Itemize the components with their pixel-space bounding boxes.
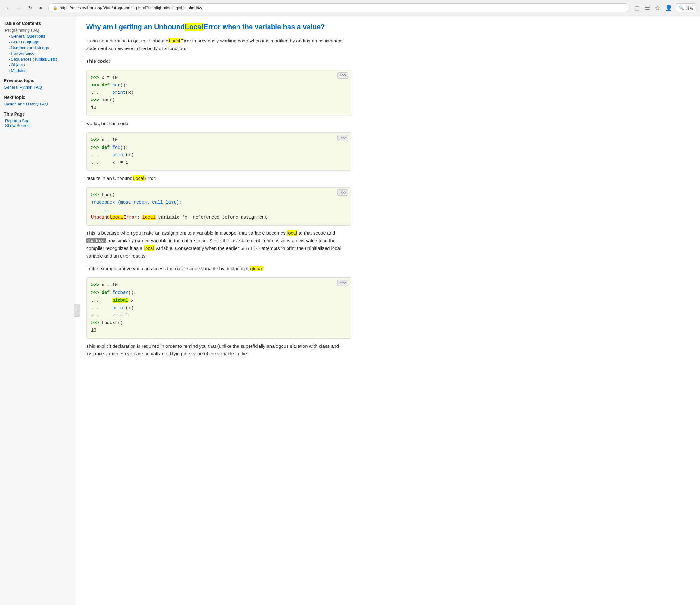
- code3-line1: >>> foo(): [91, 191, 347, 199]
- page-title-highlight: Local: [184, 23, 203, 31]
- code-block-3: >>> >>> foo() Traceback (most recent cal…: [86, 187, 351, 226]
- code3-line3: ...: [91, 207, 347, 214]
- url-text: https://docs.python.org/3/faq/programmin…: [59, 5, 625, 10]
- next-topic-title: Next topic: [4, 95, 72, 100]
- copy-btn-4[interactable]: >>>: [337, 280, 348, 286]
- code3-line4: UnboundLocalError: local variable 'x' re…: [91, 214, 347, 221]
- code4-line2: >>> def foobar():: [91, 289, 347, 297]
- toc-item-general: General Questions: [9, 34, 72, 38]
- toc-item-objects: Objects: [9, 62, 72, 67]
- next-topic-section: Next topic Design and History FAQ: [4, 95, 72, 106]
- page-title-before: Why am I getting an Unbound: [86, 23, 184, 31]
- code4-line4: ... print(x): [91, 305, 347, 312]
- search-icon: 🔍: [679, 5, 684, 10]
- forward-button[interactable]: →: [15, 3, 23, 12]
- code1-line2: >>> def bar():: [91, 82, 347, 89]
- previous-topic-title: Previous topic: [4, 78, 72, 83]
- code2-line4: ... x += 1: [91, 159, 347, 167]
- toc-link-core[interactable]: Core Language: [11, 40, 39, 44]
- para2-local1-highlight: local: [287, 230, 297, 236]
- toc-link-objects[interactable]: Objects: [11, 62, 25, 67]
- para2-local2-highlight: local: [144, 245, 154, 251]
- show-source-link[interactable]: Show Source: [5, 123, 29, 128]
- toc-list: General Questions Core Language Numbers …: [4, 34, 72, 73]
- toc-link-modules[interactable]: Modules: [11, 68, 26, 73]
- toc-item-sequences: Sequences (Tuples/Lists): [9, 57, 72, 61]
- para2: This is because when you make an assignm…: [86, 229, 351, 260]
- code1-line1: >>> x = 10: [91, 74, 347, 82]
- code-block-1: >>> >>> x = 10 >>> def bar(): ... print(…: [86, 70, 351, 116]
- code1-line4: >>> bar(): [91, 97, 347, 104]
- toc-item-core: Core Language: [9, 40, 72, 44]
- toc-item-modules: Modules: [9, 68, 72, 73]
- toc-section: Table of Contents Programming FAQ Genera…: [4, 21, 72, 73]
- sidebar: Table of Contents Programming FAQ Genera…: [0, 16, 76, 605]
- profile-button[interactable]: 👤: [664, 3, 673, 13]
- results-local-highlight: Local: [132, 176, 145, 181]
- para3: In the example above you can access the …: [86, 265, 351, 272]
- code2-line1: >>> x = 10: [91, 136, 347, 144]
- copy-btn-2[interactable]: >>>: [337, 135, 348, 141]
- nav-buttons: ← → ↻ ●: [4, 3, 45, 12]
- code4-line1: >>> x = 10: [91, 282, 347, 289]
- para2-printx: print(x): [240, 246, 260, 251]
- next-topic-link[interactable]: Design and History FAQ: [4, 102, 48, 106]
- code-block-2: >>> >>> x = 10 >>> def foo(): ... print(…: [86, 132, 351, 171]
- sidebar-wrapper: Table of Contents Programming FAQ Genera…: [0, 16, 76, 605]
- browser-toolbar: ← → ↻ ● 🔒 https://docs.python.org/3/faq/…: [0, 0, 700, 16]
- code-block-4: >>> >>> x = 10 >>> def foobar(): ... glo…: [86, 278, 351, 339]
- toc-link-performance[interactable]: Performance: [11, 51, 34, 56]
- search-box[interactable]: 🔍 搜索: [676, 3, 696, 12]
- toc-item-numbers: Numbers and strings: [9, 45, 72, 50]
- refresh-button[interactable]: ↻: [25, 3, 34, 12]
- toc-title: Table of Contents: [4, 21, 72, 26]
- extensions-button[interactable]: ◫: [633, 3, 641, 13]
- code1-line5: 10: [91, 104, 347, 112]
- reader-button[interactable]: ☰: [644, 3, 651, 13]
- para1: It can be a surprise to get the UnboundL…: [86, 37, 351, 52]
- this-page-section: This Page Report a Bug Show Source: [4, 111, 72, 128]
- copy-btn-1[interactable]: >>>: [337, 72, 348, 79]
- previous-topic-section: Previous topic General Python FAQ: [4, 78, 72, 90]
- para4: This explicit declaration is required in…: [86, 342, 351, 358]
- para1-local-highlight: Local: [168, 38, 180, 44]
- search-label: 搜索: [685, 5, 693, 11]
- toc-link-numbers[interactable]: Numbers and strings: [11, 45, 49, 50]
- previous-topic-link[interactable]: General Python FAQ: [4, 85, 42, 90]
- back-button[interactable]: ←: [4, 3, 13, 12]
- lock-icon: 🔒: [53, 6, 58, 10]
- address-bar[interactable]: 🔒 https://docs.python.org/3/faq/programm…: [48, 3, 630, 12]
- works-but-text: works, but this code:: [86, 121, 130, 126]
- code4-line7: 10: [91, 327, 347, 335]
- para2-shadows-highlight: shadows: [86, 238, 106, 243]
- code1-line3: ... print(x): [91, 89, 347, 97]
- code3-line2: Traceback (most recent call last):: [91, 199, 347, 207]
- code4-line6: >>> foobar(): [91, 319, 347, 327]
- results-in-label: results in an UnboundLocalError:: [86, 175, 351, 182]
- this-code-label-text: This code:: [86, 58, 110, 64]
- code2-line3: ... print(x): [91, 151, 347, 159]
- copy-btn-3[interactable]: >>>: [337, 189, 348, 196]
- browser-actions: ◫ ☰ ☆ 👤 🔍 搜索: [633, 3, 696, 13]
- sidebar-collapse-button[interactable]: «: [74, 304, 80, 317]
- para3-global-highlight: global: [250, 266, 263, 271]
- toc-link-general[interactable]: General Questions: [11, 34, 45, 38]
- works-but-label: works, but this code:: [86, 120, 351, 127]
- page-title-after: Error when the variable has a value?: [203, 23, 325, 31]
- this-code-label: This code:: [86, 57, 351, 65]
- main-content: Why am I getting an UnboundLocalError wh…: [76, 16, 361, 605]
- bookmark-button[interactable]: ☆: [654, 3, 661, 13]
- page-container: Table of Contents Programming FAQ Genera…: [0, 16, 700, 605]
- report-bug-link[interactable]: Report a Bug: [5, 119, 29, 123]
- code4-line5: ... x += 1: [91, 312, 347, 319]
- this-page-title: This Page: [4, 111, 72, 116]
- code2-line2: >>> def foo():: [91, 144, 347, 152]
- security-button[interactable]: ●: [36, 3, 45, 12]
- toc-item-performance: Performance: [9, 51, 72, 56]
- page-title: Why am I getting an UnboundLocalError wh…: [86, 22, 351, 32]
- toc-parent: Programming FAQ: [5, 28, 72, 33]
- code4-line3: ... global x: [91, 297, 347, 305]
- toc-link-sequences[interactable]: Sequences (Tuples/Lists): [11, 57, 57, 61]
